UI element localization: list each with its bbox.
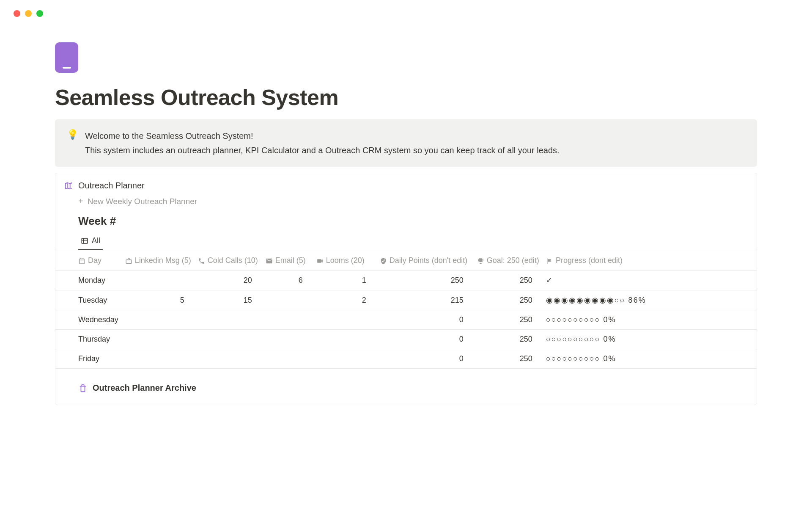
- phone-icon: [198, 257, 205, 265]
- svg-rect-0: [82, 238, 88, 243]
- planner-title: Outreach Planner: [78, 181, 145, 190]
- plus-icon: +: [78, 196, 83, 206]
- cell-looms[interactable]: [313, 330, 376, 349]
- table-row[interactable]: Tuesday5152215250◉◉◉◉◉◉◉◉◉○○ 86%: [55, 290, 757, 310]
- cell-points[interactable]: 250: [376, 271, 474, 290]
- outreach-planner-card: Outreach Planner + New Weekly Outreach P…: [55, 173, 757, 405]
- cell-points[interactable]: 215: [376, 290, 474, 310]
- map-icon: [64, 181, 73, 190]
- callout-text: Welcome to the Seamless Outreach System!…: [85, 129, 560, 157]
- view-tab-all[interactable]: All: [78, 234, 103, 250]
- cell-day[interactable]: Monday: [55, 271, 122, 290]
- envelope-icon: [266, 257, 273, 265]
- cell-cold[interactable]: [195, 349, 262, 369]
- cell-looms[interactable]: 2: [313, 290, 376, 310]
- outreach-archive-link[interactable]: Outreach Planner Archive: [55, 369, 757, 393]
- cell-linkedin[interactable]: [122, 330, 195, 349]
- cell-progress[interactable]: ○○○○○○○○○○ 0%: [543, 349, 757, 369]
- cell-points[interactable]: 0: [376, 349, 474, 369]
- maximize-window-button[interactable]: [36, 10, 43, 17]
- cell-day[interactable]: Tuesday: [55, 290, 122, 310]
- cell-cold[interactable]: 20: [195, 271, 262, 290]
- table-row[interactable]: Wednesday0250○○○○○○○○○○ 0%: [55, 310, 757, 330]
- cell-cold[interactable]: [195, 330, 262, 349]
- cell-looms[interactable]: [313, 349, 376, 369]
- new-weekly-planner-button[interactable]: + New Weekly Outreach Planner: [55, 194, 757, 209]
- trophy-icon: [477, 257, 484, 265]
- page-title[interactable]: Seamless Outreach System: [55, 85, 757, 110]
- table-icon: [81, 237, 88, 245]
- calendar-icon: [78, 257, 85, 265]
- briefcase-icon: [125, 257, 132, 265]
- flag-icon: [546, 257, 553, 265]
- cell-progress[interactable]: ○○○○○○○○○○ 0%: [543, 330, 757, 349]
- table-row[interactable]: Friday0250○○○○○○○○○○ 0%: [55, 349, 757, 369]
- cell-linkedin[interactable]: 5: [122, 290, 195, 310]
- cell-goal[interactable]: 250: [474, 310, 543, 330]
- cell-email[interactable]: [262, 330, 313, 349]
- callout-line-2: This system includes an outreach planner…: [85, 143, 560, 157]
- cell-looms[interactable]: 1: [313, 271, 376, 290]
- badge-icon: [380, 257, 387, 265]
- planner-table: Day Linkedin Msg (5) Cold Calls (10) Ema…: [55, 250, 757, 369]
- cell-cold[interactable]: [195, 310, 262, 330]
- cell-points[interactable]: 0: [376, 310, 474, 330]
- cell-email[interactable]: 6: [262, 271, 313, 290]
- table-row[interactable]: Monday2061250250✓: [55, 271, 757, 290]
- welcome-callout: 💡 Welcome to the Seamless Outreach Syste…: [55, 119, 757, 167]
- view-tab-label: All: [92, 236, 100, 245]
- cell-goal[interactable]: 250: [474, 349, 543, 369]
- week-heading[interactable]: Week #: [55, 209, 757, 229]
- cell-day[interactable]: Thursday: [55, 330, 122, 349]
- col-linkedin[interactable]: Linkedin Msg (5): [122, 250, 195, 271]
- cell-email[interactable]: [262, 290, 313, 310]
- window-controls: [0, 0, 812, 17]
- col-day[interactable]: Day: [55, 250, 122, 271]
- cell-email[interactable]: [262, 310, 313, 330]
- archive-label: Outreach Planner Archive: [93, 383, 196, 393]
- new-planner-label: New Weekly Outreach Planner: [88, 197, 197, 206]
- cell-linkedin[interactable]: [122, 310, 195, 330]
- cell-looms[interactable]: [313, 310, 376, 330]
- cell-progress[interactable]: ◉◉◉◉◉◉◉◉◉○○ 86%: [543, 290, 757, 310]
- cell-goal[interactable]: 250: [474, 330, 543, 349]
- col-daily-points[interactable]: Daily Points (don't edit): [376, 250, 474, 271]
- col-progress[interactable]: Progress (dont edit): [543, 250, 757, 271]
- col-looms[interactable]: Looms (20): [313, 250, 376, 271]
- col-cold-calls[interactable]: Cold Calls (10): [195, 250, 262, 271]
- table-row[interactable]: Thursday0250○○○○○○○○○○ 0%: [55, 330, 757, 349]
- close-window-button[interactable]: [14, 10, 20, 17]
- planner-header[interactable]: Outreach Planner: [55, 181, 757, 190]
- cell-goal[interactable]: 250: [474, 271, 543, 290]
- cell-progress[interactable]: ○○○○○○○○○○ 0%: [543, 310, 757, 330]
- cell-cold[interactable]: 15: [195, 290, 262, 310]
- view-tabs: All: [55, 229, 757, 250]
- callout-line-1: Welcome to the Seamless Outreach System!: [85, 129, 560, 143]
- lightbulb-icon: 💡: [67, 129, 78, 157]
- cell-linkedin[interactable]: [122, 349, 195, 369]
- archive-icon: [78, 384, 88, 393]
- col-email[interactable]: Email (5): [262, 250, 313, 271]
- minimize-window-button[interactable]: [25, 10, 32, 17]
- cell-goal[interactable]: 250: [474, 290, 543, 310]
- video-icon: [316, 257, 324, 265]
- cell-email[interactable]: [262, 349, 313, 369]
- cell-progress[interactable]: ✓: [543, 271, 757, 290]
- page-icon[interactable]: [55, 42, 78, 73]
- cell-points[interactable]: 0: [376, 330, 474, 349]
- col-goal[interactable]: Goal: 250 (edit): [474, 250, 543, 271]
- cell-day[interactable]: Wednesday: [55, 310, 122, 330]
- cell-day[interactable]: Friday: [55, 349, 122, 369]
- cell-linkedin[interactable]: [122, 271, 195, 290]
